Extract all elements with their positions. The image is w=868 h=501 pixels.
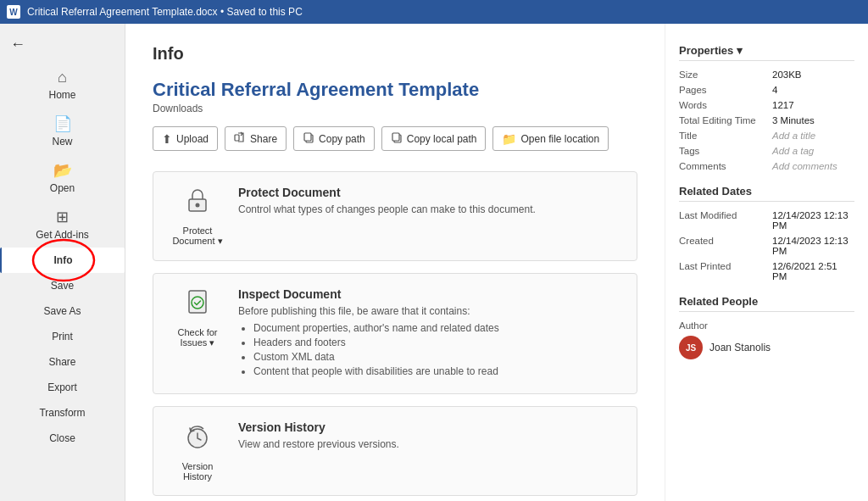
author-avatar: JS <box>679 336 703 359</box>
protect-icon-label: ProtectDocument ▾ <box>172 225 222 247</box>
prop-label-comments: Comments <box>679 161 772 171</box>
inspect-heading: Inspect Document <box>238 287 620 301</box>
sidebar-item-label: Get Add-ins <box>36 229 89 241</box>
inspect-document-card: Check forIssues ▾ Inspect Document Befor… <box>153 273 637 394</box>
version-description: View and restore previous versions. <box>238 438 620 450</box>
sidebar-item-share[interactable]: Share <box>0 349 125 375</box>
version-content: Version History View and restore previou… <box>238 420 620 450</box>
prop-value-size: 203KB <box>772 70 854 80</box>
open-file-location-button[interactable]: 📁 Open file location <box>492 126 609 151</box>
prop-row-comments: Comments Add comments <box>679 161 854 171</box>
doc-title: Critical Referral Agreement Template <box>153 79 637 101</box>
prop-value-title[interactable]: Add a title <box>772 131 854 141</box>
author-name: Joan Stanolis <box>709 342 771 353</box>
right-panel: Properties ▾ Size 203KB Pages 4 Words 12… <box>665 24 868 501</box>
sidebar-item-label: Save As <box>43 305 81 317</box>
protect-description: Control what types of changes people can… <box>238 203 620 215</box>
sidebar-item-transform[interactable]: Transform <box>0 400 125 426</box>
version-icon-box[interactable]: VersionHistory <box>170 420 225 482</box>
doc-location: Downloads <box>153 103 637 114</box>
sidebar-item-label: New <box>52 136 72 148</box>
related-dates-title: Related Dates <box>679 185 854 202</box>
sidebar-item-label: Save <box>51 280 74 292</box>
prop-label-words: Words <box>679 100 772 110</box>
prop-row-size: Size 203KB <box>679 70 854 80</box>
prop-value-last-printed: 12/6/2021 2:51 PM <box>772 261 854 281</box>
add-ins-icon: ⊞ <box>56 208 69 226</box>
protect-heading: Protect Document <box>238 186 620 199</box>
prop-row-created: Created 12/14/2023 12:13 PM <box>679 236 854 256</box>
sidebar-item-label: Transform <box>39 407 85 419</box>
prop-row-last-printed: Last Printed 12/6/2021 2:51 PM <box>679 261 854 281</box>
sidebar-item-info[interactable]: Info <box>0 248 125 273</box>
home-icon: ⌂ <box>58 69 67 86</box>
sidebar-item-label: Open <box>50 182 75 194</box>
inspect-description: Before publishing this file, be aware th… <box>238 305 620 377</box>
prop-label-tags: Tags <box>679 146 772 156</box>
copy-path-label: Copy path <box>319 133 365 145</box>
prop-row-tags: Tags Add a tag <box>679 146 854 156</box>
prop-label-pages: Pages <box>679 85 772 95</box>
back-button[interactable]: ← <box>0 31 125 58</box>
prop-value-tags[interactable]: Add a tag <box>772 146 854 156</box>
inspect-bullet-1: Document properties, author's name and r… <box>253 322 620 334</box>
sidebar-item-label: Home <box>48 89 75 101</box>
prop-label-last-modified: Last Modified <box>679 210 772 231</box>
copy-local-path-icon <box>391 131 403 146</box>
author-row: JS Joan Stanolis <box>679 336 854 359</box>
sidebar-item-new[interactable]: 📄 New <box>0 108 125 154</box>
prop-label-author: Author <box>679 320 772 331</box>
protect-document-card: ProtectDocument ▾ Protect Document Contr… <box>153 171 637 261</box>
svg-point-7 <box>196 203 200 208</box>
related-dates-section: Related Dates Last Modified 12/14/2023 1… <box>679 185 854 281</box>
prop-label-created: Created <box>679 236 772 256</box>
copy-local-path-button[interactable]: Copy local path <box>381 126 487 151</box>
sidebar-item-save[interactable]: Save <box>0 273 125 298</box>
upload-icon: ⬆ <box>162 132 172 146</box>
svg-rect-3 <box>304 133 311 141</box>
open-file-location-icon: 📁 <box>502 132 516 146</box>
prop-value-pages: 4 <box>772 85 854 95</box>
sidebar-item-label: Close <box>49 432 75 444</box>
prop-label-size: Size <box>679 70 772 80</box>
properties-list: Size 203KB Pages 4 Words 1217 Total Edit… <box>679 70 854 171</box>
share-label: Share <box>250 133 277 145</box>
title-bar-text: Critical Referral Agreement Template.doc… <box>27 6 303 18</box>
copy-path-icon <box>303 131 314 146</box>
version-icon-label: VersionHistory <box>182 461 214 482</box>
sidebar-item-home[interactable]: ⌂ Home <box>0 62 125 108</box>
share-button[interactable]: Share <box>225 126 287 151</box>
sidebar-item-label: Info <box>54 254 73 266</box>
svg-rect-5 <box>392 133 399 141</box>
prop-row-editing-time: Total Editing Time 3 Minutes <box>679 115 854 125</box>
sidebar-item-open[interactable]: 📂 Open <box>0 154 125 201</box>
prop-label-title: Title <box>679 131 772 141</box>
inspect-bullet-4: Content that people with disabilities ar… <box>253 365 620 377</box>
sidebar-item-save-as[interactable]: Save As <box>0 298 125 324</box>
title-bar: W Critical Referral Agreement Template.d… <box>0 0 868 24</box>
check-issues-icon <box>182 287 213 324</box>
inspect-icon-box[interactable]: Check forIssues ▾ <box>170 287 225 348</box>
protect-icon-box[interactable]: ProtectDocument ▾ <box>170 186 225 247</box>
prop-value-comments[interactable]: Add comments <box>772 161 854 171</box>
page-title: Info <box>153 44 637 64</box>
upload-button[interactable]: ⬆ Upload <box>153 126 218 151</box>
related-people-section: Related People Author JS Joan Stanolis <box>679 295 854 359</box>
prop-row-words: Words 1217 <box>679 100 854 110</box>
copy-path-button[interactable]: Copy path <box>293 126 375 151</box>
main-content: Info Critical Referral Agreement Templat… <box>125 24 665 501</box>
sidebar-item-close[interactable]: Close <box>0 426 125 451</box>
sidebar-item-get-add-ins[interactable]: ⊞ Get Add-ins <box>0 201 125 248</box>
prop-value-words: 1217 <box>772 100 854 110</box>
prop-value-last-modified: 12/14/2023 12:13 PM <box>772 210 854 231</box>
sidebar-item-print[interactable]: Print <box>0 324 125 349</box>
sidebar-item-export[interactable]: Export <box>0 375 125 400</box>
protect-content: Protect Document Control what types of c… <box>238 186 620 215</box>
svg-rect-1 <box>235 135 239 141</box>
new-icon: 📄 <box>53 114 72 133</box>
sidebar-item-label: Share <box>48 356 75 368</box>
sidebar-item-label: Print <box>52 331 73 342</box>
prop-row-author: Author <box>679 320 854 331</box>
upload-label: Upload <box>176 133 209 145</box>
copy-local-path-label: Copy local path <box>407 133 477 145</box>
